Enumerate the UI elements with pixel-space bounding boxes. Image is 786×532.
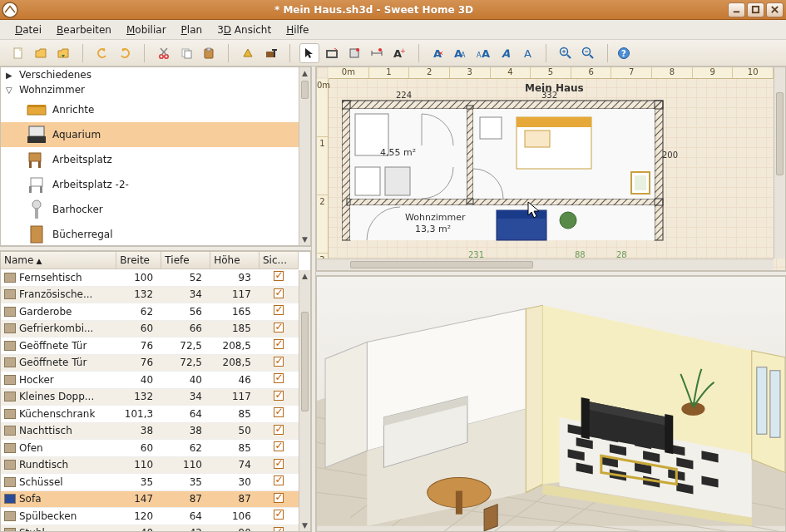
table-row[interactable]: Spülbecken12064106 xyxy=(1,508,299,525)
furniture-catalog-tree[interactable]: ▶Verschiedenes ▽Wohnzimmer Anrichte Aqua… xyxy=(0,66,311,246)
catalog-category[interactable]: ▶Verschiedenes xyxy=(1,67,310,82)
zoom-in-icon[interactable] xyxy=(556,43,576,63)
menu-furniture[interactable]: Mobiliar xyxy=(120,22,173,38)
create-text-icon[interactable]: A+ xyxy=(389,43,409,63)
svg-text:4,55 m²: 4,55 m² xyxy=(380,147,416,158)
visible-checkbox[interactable] xyxy=(274,323,284,332)
copy-icon[interactable] xyxy=(176,43,196,63)
table-row[interactable]: Hocker404046 xyxy=(1,372,299,389)
row-height: 165 xyxy=(210,303,260,320)
visible-checkbox[interactable] xyxy=(274,475,284,485)
table-row[interactable]: Schüssel353530 xyxy=(1,474,299,491)
table-row[interactable]: Ofen606285 xyxy=(1,440,299,457)
menu-3d-view[interactable]: 3D Ansicht xyxy=(210,22,278,38)
text-bold-icon[interactable]: A xyxy=(428,43,448,63)
floor-plan-drawing[interactable]: 4,55 m² Wohnzimmer 13,3 m² xyxy=(342,96,691,262)
menu-file[interactable]: Datei xyxy=(8,22,48,38)
create-walls-icon[interactable] xyxy=(322,43,342,63)
furniture-scrollbar[interactable]: ▲▼ xyxy=(299,270,310,531)
close-button[interactable] xyxy=(766,2,784,17)
redo-icon[interactable] xyxy=(115,43,135,63)
table-row[interactable]: Gefrierkombi...6066185 xyxy=(1,321,299,338)
paste-icon[interactable] xyxy=(199,43,219,63)
row-width: 132 xyxy=(116,389,161,406)
plan-vertical-scrollbar[interactable] xyxy=(774,67,785,259)
new-file-icon[interactable] xyxy=(8,43,28,63)
row-width: 35 xyxy=(116,474,161,490)
col-height[interactable]: Höhe xyxy=(210,252,260,269)
furniture-list-table[interactable]: Name▲ Breite Tiefe Höhe Sic... Fernsehti… xyxy=(0,251,311,532)
table-row[interactable]: Kleines Dopp...13234117 xyxy=(1,389,299,406)
svg-rect-67 xyxy=(355,167,380,195)
table-row[interactable]: Geöffnete Tür7672,5208,5 xyxy=(1,355,299,372)
table-row[interactable]: Stuhl404290 xyxy=(1,525,299,533)
visible-checkbox[interactable] xyxy=(274,407,284,417)
visible-checkbox[interactable] xyxy=(274,425,284,435)
catalog-category[interactable]: ▽Wohnzimmer xyxy=(1,82,310,97)
visible-checkbox[interactable] xyxy=(274,271,284,281)
visible-checkbox[interactable] xyxy=(274,510,284,520)
svg-rect-56 xyxy=(31,226,42,243)
catalog-item[interactable]: Arbeitsplatz xyxy=(1,147,310,172)
create-dimensions-icon[interactable] xyxy=(367,43,387,63)
table-row[interactable]: Französische...13234117 xyxy=(1,287,299,304)
text-italic-icon[interactable]: A xyxy=(496,43,516,63)
maximize-button[interactable] xyxy=(747,2,764,17)
catalog-item[interactable]: Barhocker xyxy=(1,197,310,222)
row-width: 120 xyxy=(116,508,161,525)
text-normal-icon[interactable]: A xyxy=(518,43,538,63)
visible-checkbox[interactable] xyxy=(274,357,284,367)
svg-marker-94 xyxy=(325,342,367,468)
add-furniture-icon[interactable] xyxy=(238,43,258,63)
zoom-out-icon[interactable] xyxy=(578,43,598,63)
menu-edit[interactable]: Bearbeiten xyxy=(50,22,118,38)
visible-checkbox[interactable] xyxy=(274,391,284,401)
plan-2d-view[interactable]: 0m12345678910 0m123 Mein Haus 224 332 20… xyxy=(316,66,786,271)
catalog-item[interactable]: Arbeitsplatz -2- xyxy=(1,172,310,197)
menu-plan[interactable]: Plan xyxy=(175,22,210,38)
visible-checkbox[interactable] xyxy=(274,459,284,469)
svg-text:A: A xyxy=(524,47,531,60)
visible-checkbox[interactable] xyxy=(274,373,284,383)
table-row[interactable]: Nachttisch383850 xyxy=(1,423,299,441)
row-depth: 64 xyxy=(161,406,210,422)
furniture-row-icon xyxy=(4,273,16,283)
undo-icon[interactable] xyxy=(92,43,112,63)
catalog-scrollbar[interactable]: ▲▼ xyxy=(299,67,310,245)
table-row[interactable]: Garderobe6256165 xyxy=(1,303,299,321)
save-file-icon[interactable] xyxy=(53,43,73,63)
catalog-item[interactable]: Bücherregal xyxy=(1,222,310,246)
visible-checkbox[interactable] xyxy=(274,339,284,349)
open-file-icon[interactable] xyxy=(31,43,51,63)
table-row[interactable]: Fernsehtisch1005293 xyxy=(1,269,299,287)
col-name[interactable]: Name▲ xyxy=(1,252,116,269)
import-furniture-icon[interactable] xyxy=(260,43,280,63)
help-icon[interactable]: ? xyxy=(614,43,634,63)
col-width[interactable]: Breite xyxy=(116,252,161,269)
visible-checkbox[interactable] xyxy=(274,527,284,532)
text-bigger-icon[interactable]: AA xyxy=(451,43,471,63)
catalog-item[interactable]: Aquarium xyxy=(1,122,310,147)
text-smaller-icon[interactable]: AA xyxy=(473,43,493,63)
col-depth[interactable]: Tiefe xyxy=(161,252,210,269)
menu-help[interactable]: Hilfe xyxy=(279,22,315,38)
table-row[interactable]: Rundtisch11011074 xyxy=(1,457,299,475)
visible-checkbox[interactable] xyxy=(274,305,284,315)
window-titlebar: * Mein Haus.sh3d - Sweet Home 3D xyxy=(0,0,786,20)
table-row[interactable]: Küchenschrank101,36485 xyxy=(1,406,299,423)
view-3d[interactable] xyxy=(316,276,786,532)
visible-checkbox[interactable] xyxy=(274,288,284,298)
plan-horizontal-scrollbar[interactable] xyxy=(317,259,774,270)
select-tool-icon[interactable] xyxy=(299,43,319,63)
visible-checkbox[interactable] xyxy=(274,441,284,451)
table-row[interactable]: Sofa1478787 xyxy=(1,491,299,509)
create-rooms-icon[interactable] xyxy=(344,43,364,63)
svg-rect-46 xyxy=(29,126,44,136)
svg-rect-45 xyxy=(27,105,46,107)
table-row[interactable]: Geöffnete Tür7672,5208,5 xyxy=(1,337,299,355)
catalog-item[interactable]: Anrichte xyxy=(1,97,310,122)
cut-icon[interactable] xyxy=(154,43,174,63)
col-visible[interactable]: Sic... xyxy=(259,252,298,269)
visible-checkbox[interactable] xyxy=(274,493,284,503)
minimize-button[interactable] xyxy=(728,2,745,17)
